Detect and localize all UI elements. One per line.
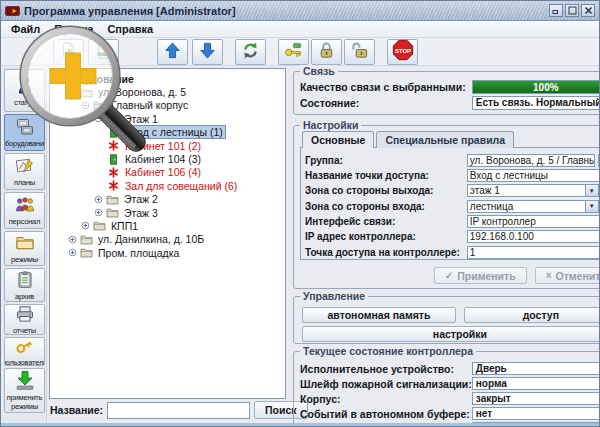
state-row-label: Событий в автономном буфере:	[300, 408, 472, 420]
tree-expand-handle[interactable]	[68, 248, 77, 257]
field-label: Зона со стороны выхода:	[305, 185, 467, 196]
chevron-down-icon[interactable]: ▼	[585, 185, 598, 196]
field-textbox[interactable]: Вход с лестницы	[467, 169, 600, 182]
page-plus-icon	[59, 41, 78, 63]
settings-field-row: Зона со стороны выхода:этаж 1▼?	[305, 184, 600, 198]
sidebar-item-apply-modes[interactable]: применитьрежимы	[4, 368, 45, 413]
tree-node[interactable]: Кабинет 104 (3)	[51, 152, 285, 165]
tree-node[interactable]: Зал для совещаний (6)	[51, 179, 285, 192]
state-row-label: Шлейф пожарной сигнализации:	[300, 378, 472, 390]
tree-node[interactable]: Этаж 2	[51, 193, 285, 206]
app-icon	[5, 4, 20, 18]
sidebar-item-status[interactable]: статус	[4, 69, 45, 112]
tree-expand-handle[interactable]	[94, 208, 103, 217]
printer-icon	[14, 304, 36, 326]
tree-node-label: ул. Данилкина, д. 10Б	[96, 233, 206, 245]
move-up-button[interactable]	[157, 39, 188, 65]
apply-button[interactable]: ✓Применить	[434, 267, 527, 284]
sidebar-item-label: планы	[14, 179, 35, 187]
menu-item-Файл[interactable]: Файл	[4, 22, 47, 36]
add-button[interactable]	[53, 39, 84, 65]
search-row: Название: Поиск	[49, 399, 286, 421]
search-input[interactable]	[107, 402, 250, 419]
menu-item-Справка[interactable]: Справка	[100, 22, 160, 36]
settings-tabs: ОсновныеСпециальные правила	[302, 131, 600, 148]
settings-field-row: Интерфейс связи:IP контроллер▼	[305, 215, 600, 229]
tree-collapse-handle[interactable]	[68, 88, 77, 97]
state-row-value: нет	[472, 407, 600, 420]
connection-group: Связь Качество связи с выбранными: 100% …	[293, 71, 600, 115]
tree-node[interactable]: Кабинет 101 (2)	[51, 139, 285, 152]
cancel-button[interactable]: ×Отменить	[535, 267, 600, 284]
folder-icon	[14, 233, 36, 255]
field-textbox[interactable]: ул. Воронова, д. 5 / Главный корпус / Эт…	[467, 154, 595, 167]
controller-state-title: Текущее состояние контроллера	[300, 345, 476, 357]
give-key-button[interactable]	[278, 39, 309, 65]
toolbar: STOP	[1, 38, 599, 66]
controller-state-row: Исполнительное устройство:Дверь	[300, 361, 600, 376]
field-combobox[interactable]: этаж 1▼	[467, 184, 599, 197]
clipboard-icon	[14, 270, 36, 292]
connection-group-title: Связь	[300, 65, 338, 77]
title-bar[interactable]: Программа управления [Administrator]	[1, 1, 599, 21]
stop-button[interactable]: STOP	[387, 39, 418, 65]
tree-expand-handle[interactable]	[68, 235, 77, 244]
tree-node[interactable]: КПП1	[51, 219, 285, 232]
sidebar-item-equipment[interactable]: оборудование	[4, 114, 45, 151]
field-textbox[interactable]: 192.168.0.100	[467, 230, 600, 243]
content-area: статусоборудованиепланыперсоналрежимыарх…	[3, 67, 597, 422]
field-combobox[interactable]: 1▼	[467, 246, 600, 259]
management-button-2[interactable]: доступ	[464, 307, 600, 323]
tree-expand-handle[interactable]	[81, 221, 90, 230]
tree-node[interactable]: Пром. площадка	[51, 246, 285, 259]
field-combobox[interactable]: лестница▼	[467, 200, 599, 213]
sidebar-item-personnel[interactable]: персонал	[4, 192, 45, 229]
menu-item-Правка[interactable]: Правка	[47, 22, 100, 36]
combobox-value: этаж 1	[468, 185, 585, 196]
tree-node[interactable]: Этаж 1	[51, 112, 285, 125]
maximize-button[interactable]	[565, 4, 579, 17]
unlock-button[interactable]	[344, 39, 375, 65]
tab-Основные[interactable]: Основные	[302, 131, 374, 148]
settings-field-row: Точка доступа на контроллере:1▼	[305, 245, 600, 259]
tree-node[interactable]: Этаж 3	[51, 206, 285, 219]
sidebar-item-archive[interactable]: архив	[4, 268, 45, 301]
folder-icon	[93, 220, 106, 231]
lock-button[interactable]	[311, 39, 342, 65]
sidebar-item-users[interactable]: пользователи	[4, 337, 45, 366]
move-down-button[interactable]	[192, 39, 223, 65]
chevron-down-icon[interactable]: ▼	[585, 201, 598, 212]
management-button-3[interactable]: настройки	[302, 326, 600, 342]
tree-node[interactable]: Главный корпус	[51, 99, 285, 112]
tree-node[interactable]: Оборудование	[51, 72, 285, 85]
tree-node[interactable]: Вход с лестницы (1)	[51, 126, 285, 139]
field-label: Зона со стороны входа:	[305, 201, 467, 212]
settings-field-row: IP адрес контроллера:192.168.0.100	[305, 230, 600, 244]
sidebar-item-modes[interactable]: режимы	[4, 231, 45, 266]
sidebar-item-label: архив	[15, 293, 34, 301]
tree-node-label: ул. Воронова, д. 5	[96, 86, 188, 98]
sidebar-item-plans[interactable]: планы	[4, 153, 45, 190]
sidebar-item-label: пользователи	[4, 359, 45, 366]
tree-collapse-handle[interactable]	[94, 114, 103, 123]
tree-expand-handle[interactable]	[94, 195, 103, 204]
refresh-icon	[241, 41, 260, 63]
tree-node[interactable]: Кабинет 106 (4)	[51, 166, 285, 179]
field-combobox[interactable]: IP контроллер▼	[467, 215, 600, 228]
tree-collapse-handle[interactable]	[81, 101, 90, 110]
field-label: Интерфейс связи:	[305, 216, 467, 227]
close-button[interactable]	[581, 4, 595, 17]
tree-node-label: Кабинет 101 (2)	[123, 140, 203, 152]
settings-tab-panel: Группа:ул. Воронова, д. 5 / Главный корп…	[300, 147, 600, 260]
remove-button[interactable]	[88, 39, 119, 65]
management-button-1[interactable]: автономная память	[302, 307, 456, 323]
minimize-button[interactable]	[549, 4, 563, 17]
sidebar-item-reports[interactable]: отчеты	[4, 304, 45, 335]
folder-icon	[106, 113, 119, 124]
refresh-button[interactable]	[235, 39, 266, 65]
tree-node[interactable]: ул. Воронова, д. 5	[51, 85, 285, 98]
tab-Специальные правила[interactable]: Специальные правила	[376, 131, 514, 148]
sidebar: статусоборудованиепланыперсоналрежимыарх…	[3, 67, 47, 422]
tree-node[interactable]: ул. Данилкина, д. 10Б	[51, 233, 285, 246]
svg-text:STOP: STOP	[394, 48, 410, 54]
